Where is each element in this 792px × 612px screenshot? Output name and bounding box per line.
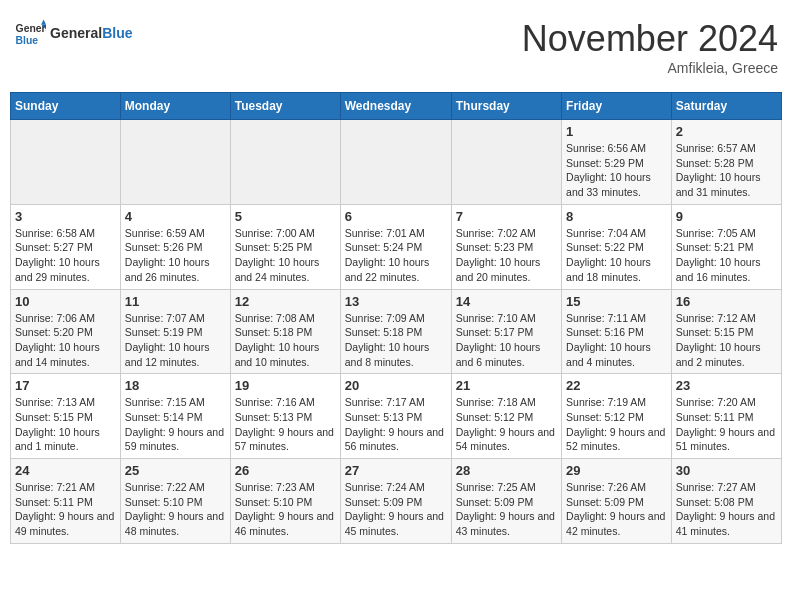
location: Amfikleia, Greece	[522, 60, 778, 76]
calendar-cell: 7Sunrise: 7:02 AM Sunset: 5:23 PM Daylig…	[451, 204, 561, 289]
calendar-cell: 20Sunrise: 7:17 AM Sunset: 5:13 PM Dayli…	[340, 374, 451, 459]
calendar-cell: 30Sunrise: 7:27 AM Sunset: 5:08 PM Dayli…	[671, 459, 781, 544]
calendar-cell: 14Sunrise: 7:10 AM Sunset: 5:17 PM Dayli…	[451, 289, 561, 374]
day-number: 3	[15, 209, 116, 224]
day-info: Sunrise: 7:16 AM Sunset: 5:13 PM Dayligh…	[235, 395, 336, 454]
weekday-tuesday: Tuesday	[230, 93, 340, 120]
calendar-cell: 13Sunrise: 7:09 AM Sunset: 5:18 PM Dayli…	[340, 289, 451, 374]
week-row-3: 10Sunrise: 7:06 AM Sunset: 5:20 PM Dayli…	[11, 289, 782, 374]
calendar-cell: 1Sunrise: 6:56 AM Sunset: 5:29 PM Daylig…	[562, 120, 672, 205]
day-number: 25	[125, 463, 226, 478]
calendar-cell: 23Sunrise: 7:20 AM Sunset: 5:11 PM Dayli…	[671, 374, 781, 459]
calendar-cell: 28Sunrise: 7:25 AM Sunset: 5:09 PM Dayli…	[451, 459, 561, 544]
day-info: Sunrise: 7:18 AM Sunset: 5:12 PM Dayligh…	[456, 395, 557, 454]
svg-marker-2	[41, 20, 46, 25]
calendar-cell: 4Sunrise: 6:59 AM Sunset: 5:26 PM Daylig…	[120, 204, 230, 289]
calendar-header: SundayMondayTuesdayWednesdayThursdayFrid…	[11, 93, 782, 120]
calendar-cell: 12Sunrise: 7:08 AM Sunset: 5:18 PM Dayli…	[230, 289, 340, 374]
day-number: 24	[15, 463, 116, 478]
day-number: 12	[235, 294, 336, 309]
day-number: 2	[676, 124, 777, 139]
day-info: Sunrise: 6:56 AM Sunset: 5:29 PM Dayligh…	[566, 141, 667, 200]
calendar-cell: 16Sunrise: 7:12 AM Sunset: 5:15 PM Dayli…	[671, 289, 781, 374]
logo-icon: General Blue	[14, 18, 46, 50]
calendar-cell: 17Sunrise: 7:13 AM Sunset: 5:15 PM Dayli…	[11, 374, 121, 459]
day-number: 15	[566, 294, 667, 309]
day-info: Sunrise: 7:04 AM Sunset: 5:22 PM Dayligh…	[566, 226, 667, 285]
calendar-cell: 2Sunrise: 6:57 AM Sunset: 5:28 PM Daylig…	[671, 120, 781, 205]
day-number: 11	[125, 294, 226, 309]
day-info: Sunrise: 7:05 AM Sunset: 5:21 PM Dayligh…	[676, 226, 777, 285]
svg-text:Blue: Blue	[16, 35, 39, 46]
day-number: 19	[235, 378, 336, 393]
day-info: Sunrise: 7:12 AM Sunset: 5:15 PM Dayligh…	[676, 311, 777, 370]
day-info: Sunrise: 7:00 AM Sunset: 5:25 PM Dayligh…	[235, 226, 336, 285]
day-number: 5	[235, 209, 336, 224]
day-number: 13	[345, 294, 447, 309]
calendar-cell: 9Sunrise: 7:05 AM Sunset: 5:21 PM Daylig…	[671, 204, 781, 289]
day-info: Sunrise: 7:10 AM Sunset: 5:17 PM Dayligh…	[456, 311, 557, 370]
calendar-cell: 21Sunrise: 7:18 AM Sunset: 5:12 PM Dayli…	[451, 374, 561, 459]
svg-text:General: General	[16, 23, 46, 34]
day-info: Sunrise: 7:23 AM Sunset: 5:10 PM Dayligh…	[235, 480, 336, 539]
day-info: Sunrise: 7:17 AM Sunset: 5:13 PM Dayligh…	[345, 395, 447, 454]
weekday-header-row: SundayMondayTuesdayWednesdayThursdayFrid…	[11, 93, 782, 120]
week-row-1: 1Sunrise: 6:56 AM Sunset: 5:29 PM Daylig…	[11, 120, 782, 205]
logo: General Blue GeneralBlue	[14, 18, 132, 50]
weekday-monday: Monday	[120, 93, 230, 120]
calendar-cell: 10Sunrise: 7:06 AM Sunset: 5:20 PM Dayli…	[11, 289, 121, 374]
logo-general: General	[50, 25, 102, 41]
calendar-cell: 27Sunrise: 7:24 AM Sunset: 5:09 PM Dayli…	[340, 459, 451, 544]
day-number: 6	[345, 209, 447, 224]
day-info: Sunrise: 6:58 AM Sunset: 5:27 PM Dayligh…	[15, 226, 116, 285]
day-info: Sunrise: 7:25 AM Sunset: 5:09 PM Dayligh…	[456, 480, 557, 539]
calendar-cell	[120, 120, 230, 205]
day-info: Sunrise: 7:01 AM Sunset: 5:24 PM Dayligh…	[345, 226, 447, 285]
day-info: Sunrise: 7:15 AM Sunset: 5:14 PM Dayligh…	[125, 395, 226, 454]
day-number: 8	[566, 209, 667, 224]
day-info: Sunrise: 7:19 AM Sunset: 5:12 PM Dayligh…	[566, 395, 667, 454]
weekday-thursday: Thursday	[451, 93, 561, 120]
week-row-5: 24Sunrise: 7:21 AM Sunset: 5:11 PM Dayli…	[11, 459, 782, 544]
day-number: 27	[345, 463, 447, 478]
day-number: 21	[456, 378, 557, 393]
calendar-cell	[340, 120, 451, 205]
calendar-cell: 8Sunrise: 7:04 AM Sunset: 5:22 PM Daylig…	[562, 204, 672, 289]
weekday-wednesday: Wednesday	[340, 93, 451, 120]
calendar-cell: 22Sunrise: 7:19 AM Sunset: 5:12 PM Dayli…	[562, 374, 672, 459]
page-header: General Blue GeneralBlue November 2024 A…	[10, 10, 782, 84]
day-info: Sunrise: 6:57 AM Sunset: 5:28 PM Dayligh…	[676, 141, 777, 200]
day-number: 4	[125, 209, 226, 224]
weekday-sunday: Sunday	[11, 93, 121, 120]
calendar-cell: 19Sunrise: 7:16 AM Sunset: 5:13 PM Dayli…	[230, 374, 340, 459]
weekday-friday: Friday	[562, 93, 672, 120]
logo-blue: Blue	[102, 25, 132, 41]
calendar-cell: 18Sunrise: 7:15 AM Sunset: 5:14 PM Dayli…	[120, 374, 230, 459]
day-number: 7	[456, 209, 557, 224]
week-row-2: 3Sunrise: 6:58 AM Sunset: 5:27 PM Daylig…	[11, 204, 782, 289]
calendar-cell	[230, 120, 340, 205]
day-number: 16	[676, 294, 777, 309]
title-block: November 2024 Amfikleia, Greece	[522, 18, 778, 76]
day-number: 14	[456, 294, 557, 309]
day-info: Sunrise: 7:13 AM Sunset: 5:15 PM Dayligh…	[15, 395, 116, 454]
day-info: Sunrise: 7:11 AM Sunset: 5:16 PM Dayligh…	[566, 311, 667, 370]
day-number: 28	[456, 463, 557, 478]
day-number: 29	[566, 463, 667, 478]
day-info: Sunrise: 7:21 AM Sunset: 5:11 PM Dayligh…	[15, 480, 116, 539]
month-title: November 2024	[522, 18, 778, 60]
calendar-table: SundayMondayTuesdayWednesdayThursdayFrid…	[10, 92, 782, 544]
calendar-cell: 29Sunrise: 7:26 AM Sunset: 5:09 PM Dayli…	[562, 459, 672, 544]
day-number: 18	[125, 378, 226, 393]
calendar-cell: 11Sunrise: 7:07 AM Sunset: 5:19 PM Dayli…	[120, 289, 230, 374]
day-number: 17	[15, 378, 116, 393]
calendar-cell: 3Sunrise: 6:58 AM Sunset: 5:27 PM Daylig…	[11, 204, 121, 289]
calendar-body: 1Sunrise: 6:56 AM Sunset: 5:29 PM Daylig…	[11, 120, 782, 544]
weekday-saturday: Saturday	[671, 93, 781, 120]
day-info: Sunrise: 6:59 AM Sunset: 5:26 PM Dayligh…	[125, 226, 226, 285]
day-info: Sunrise: 7:27 AM Sunset: 5:08 PM Dayligh…	[676, 480, 777, 539]
day-info: Sunrise: 7:02 AM Sunset: 5:23 PM Dayligh…	[456, 226, 557, 285]
day-info: Sunrise: 7:07 AM Sunset: 5:19 PM Dayligh…	[125, 311, 226, 370]
day-number: 26	[235, 463, 336, 478]
calendar-cell	[11, 120, 121, 205]
